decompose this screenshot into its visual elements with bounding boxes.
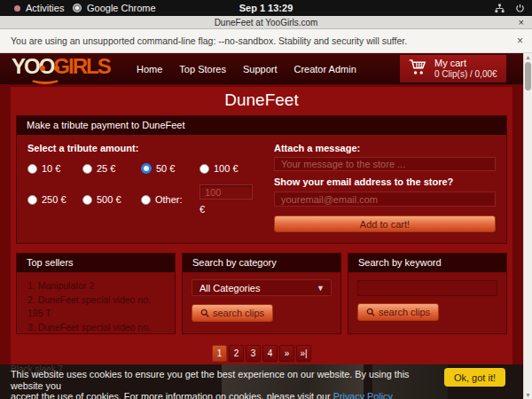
nav-item-home[interactable]: Home (137, 64, 162, 74)
amount-option-100[interactable]: 100 € (200, 163, 262, 174)
amount-label: 100 € (214, 163, 239, 174)
network-tree-icon[interactable] (495, 4, 505, 13)
warning-bar: You are using an unsupported command-lin… (0, 29, 532, 53)
keyword-input[interactable] (357, 280, 497, 296)
category-select[interactable]: All Categories ▼ (192, 279, 332, 296)
search-clips-label: search clips (379, 307, 430, 317)
logo-smile-icon (29, 73, 61, 84)
radio-icon[interactable] (82, 164, 92, 174)
tribute-panel: Make a tribute payment to DuneFeet Selec… (16, 115, 507, 244)
cart-button[interactable]: My cart 0 Clip(s) / 0,00€ (400, 55, 506, 82)
logo-o-dot (40, 66, 45, 71)
nav-item-support[interactable]: Support (243, 64, 278, 74)
page-button-2[interactable]: 2 (229, 345, 244, 362)
seller-item[interactable]: 3. DuneFeet special video no. 280 F (27, 321, 168, 335)
category-select-value: All Categories (200, 283, 260, 293)
page-button-1[interactable]: 1 (212, 345, 227, 362)
logo-o-dot (54, 66, 59, 71)
top-sellers-panel: Top sellers 1. Manipulator 22. DuneFeet … (16, 253, 176, 334)
top-sellers-list: 1. Manipulator 22. DuneFeet special vide… (17, 272, 175, 334)
amount-option-25[interactable]: 25 € (82, 163, 141, 174)
window-title-bar: DuneFeet at YooGirls.com × (0, 16, 532, 29)
amount-option-50[interactable]: 50 € (141, 163, 200, 174)
nav-item-top-stores[interactable]: Top Stores (179, 64, 226, 74)
amount-option-500[interactable]: 500 € (82, 184, 141, 215)
amount-label: 50 € (156, 163, 175, 174)
amount-label: 500 € (97, 194, 121, 205)
amount-options: 10 €25 €50 €100 €250 €500 €Other: € (27, 163, 265, 215)
cookie-line2: accept the use of cookies. For more info… (11, 391, 333, 399)
email-label: Show your email address to the store? (274, 176, 496, 187)
message-label: Attach a message: (274, 143, 496, 153)
seller-item[interactable]: 1. Manipulator 2 (27, 279, 168, 293)
amount-option-250[interactable]: 250 € (27, 184, 82, 215)
page-button-next[interactable]: » (279, 345, 294, 362)
radio-checked-icon[interactable] (141, 163, 152, 174)
cart-icon (408, 58, 427, 80)
window-title: DuneFeet at YooGirls.com (215, 18, 318, 27)
page-button-4[interactable]: 4 (262, 345, 278, 362)
search-icon (200, 309, 209, 317)
search-keyword-header: Search by keyword (348, 254, 506, 272)
cookie-accept-button[interactable]: Ok, got it! (444, 368, 505, 387)
search-clips-keyword-button[interactable]: search clips (357, 303, 439, 321)
system-bar: Activities Google Chrome Sep 1 13:29 (0, 0, 532, 16)
scrollbar-thumb[interactable] (525, 62, 531, 90)
search-category-header: Search by category (183, 254, 340, 272)
logo-part-girls: GIRLS (53, 54, 109, 78)
scroll-up-icon[interactable]: ▲ (524, 54, 532, 60)
screen: Activities Google Chrome Sep 1 13:29 Dun… (0, 0, 532, 399)
search-category-panel: Search by category All Categories ▼ sear… (182, 253, 341, 334)
search-keyword-panel: Search by keyword search clips (348, 253, 507, 334)
window-close-icon[interactable]: × (519, 17, 524, 27)
currency-symbol: € (200, 204, 262, 215)
other-amount-input[interactable] (200, 184, 253, 200)
cookie-banner: Black sleek 7 This website uses cookies … (0, 364, 523, 399)
amount-label: 10 € (42, 163, 60, 174)
radio-icon[interactable] (200, 164, 209, 174)
cookie-text: This website uses cookies to ensure you … (11, 369, 442, 399)
scrollbar[interactable]: ▲ ▼ (523, 53, 532, 399)
nav-item-creator-admin[interactable]: Creator Admin (293, 64, 356, 74)
cookie-line1: This website uses cookies to ensure you … (11, 369, 410, 391)
radio-icon[interactable] (27, 195, 37, 205)
page-button-last[interactable]: »| (296, 345, 311, 362)
amount-label: Other: (155, 194, 183, 205)
page-container: DuneFeet Make a tribute payment to DuneF… (11, 87, 512, 399)
seller-item[interactable]: 2. DuneFeet special video no. 195 T (27, 293, 168, 321)
site-logo[interactable]: YOOGIRLS (12, 55, 110, 78)
amount-label: 25 € (97, 163, 115, 174)
radio-icon[interactable] (82, 195, 92, 205)
chevron-down-icon: ▼ (317, 284, 325, 293)
amount-label: 250 € (42, 194, 66, 205)
main-nav: HomeTop StoresSupportCreator Admin (137, 53, 356, 84)
radio-icon[interactable] (27, 164, 37, 174)
search-icon (366, 308, 375, 317)
scroll-down-icon[interactable]: ▼ (524, 392, 532, 398)
message-input[interactable] (274, 157, 496, 171)
site-header: YOOGIRLS HomeTop StoresSupportCreator Ad… (0, 53, 532, 84)
search-clips-label: search clips (213, 308, 264, 318)
warning-close-icon[interactable]: × (517, 35, 523, 47)
amount-option-other[interactable]: Other: (141, 184, 200, 215)
clock[interactable]: Sep 1 13:29 (0, 0, 532, 16)
email-input[interactable] (274, 192, 496, 207)
add-to-cart-button[interactable]: Add to cart! (274, 215, 496, 232)
cart-title: My cart (434, 58, 497, 69)
warning-text: You are using an unsupported command-lin… (11, 35, 407, 46)
top-sellers-header: Top sellers (17, 254, 175, 272)
power-icon[interactable] (515, 4, 525, 13)
privacy-policy-link[interactable]: Privacy Policy (333, 391, 393, 399)
amount-select-label: Select a tribute amount: (27, 143, 265, 153)
tribute-panel-header: Make a tribute payment to DuneFeet (17, 116, 506, 135)
page-button-3[interactable]: 3 (246, 345, 261, 362)
other-amount-cell: € (200, 184, 262, 215)
page-title: DuneFeet (11, 87, 512, 110)
search-clips-category-button[interactable]: search clips (192, 304, 273, 322)
cart-summary: 0 Clip(s) / 0,00€ (434, 69, 497, 80)
radio-icon[interactable] (141, 195, 151, 205)
amount-option-10[interactable]: 10 € (27, 163, 82, 174)
pagination: 1234»»| (11, 345, 512, 362)
